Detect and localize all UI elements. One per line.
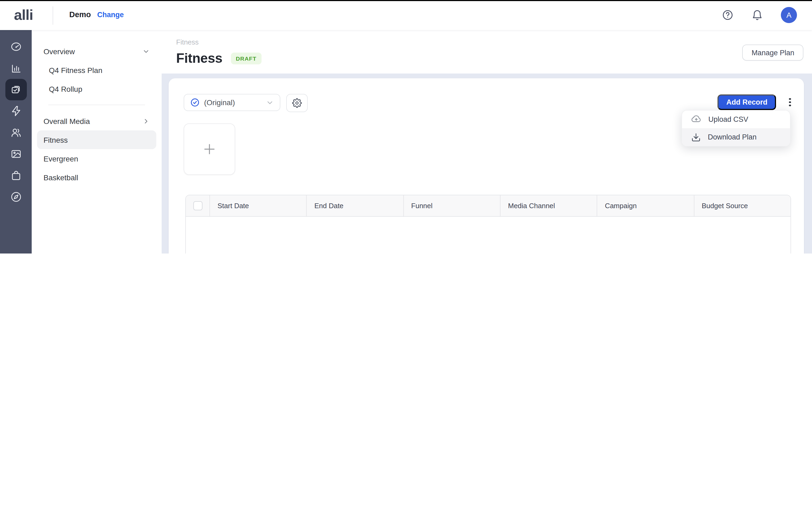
change-workspace-link[interactable]: Change xyxy=(97,11,124,19)
sidebar-item-label: Basketball xyxy=(44,173,78,182)
topbar-actions: A xyxy=(722,0,797,30)
sidebar-divider xyxy=(48,105,145,105)
page-header: Fitness Fitness DRAFT Manage Plan xyxy=(162,30,812,73)
sidebar-item-evergreen[interactable]: Evergreen xyxy=(37,149,156,168)
column-header-end-date[interactable]: End Date xyxy=(307,195,404,216)
compass-icon xyxy=(10,191,22,203)
sidebar-item-label: Overview xyxy=(44,47,75,56)
table-header-row: Start Date End Date Funnel Media Channel… xyxy=(186,195,791,217)
scenario-settings-button[interactable] xyxy=(286,94,308,112)
table-empty-state: No Rows To Show xyxy=(186,217,791,253)
records-table: Start Date End Date Funnel Media Channel… xyxy=(185,195,791,253)
rail-item-explore[interactable] xyxy=(5,186,27,208)
chevron-down-icon xyxy=(142,48,150,55)
content-area: Fitness Fitness DRAFT Manage Plan (Origi… xyxy=(162,30,812,253)
menu-item-label: Upload CSV xyxy=(708,115,748,123)
rail-item-dashboard[interactable] xyxy=(5,36,27,57)
top-bar: alli Demo Change A xyxy=(0,0,812,30)
window-top-strip xyxy=(0,0,812,1)
shopping-bag-icon xyxy=(10,170,22,181)
sidebar-item-label: Evergreen xyxy=(44,154,78,163)
actions-dropdown-menu: Upload CSV Download Plan xyxy=(681,110,791,147)
add-scenario-card[interactable] xyxy=(184,123,235,175)
column-header-funnel[interactable]: Funnel xyxy=(404,195,501,216)
plan-nav-list: Overview Q4 Fitness Plan Q4 Rollup Overa… xyxy=(32,30,162,187)
badge-check-icon xyxy=(190,98,200,107)
rail-item-media-plans[interactable] xyxy=(5,79,27,100)
gauge-icon xyxy=(10,41,22,53)
scenario-select-value: (Original) xyxy=(204,98,261,107)
kebab-menu-button[interactable] xyxy=(786,95,794,110)
sidebar-item-q4-fitness-plan[interactable]: Q4 Fitness Plan xyxy=(37,61,156,79)
sidebar-item-q4-rollup[interactable]: Q4 Rollup xyxy=(37,79,156,98)
alli-logo: alli xyxy=(14,7,33,23)
media-plan-check-icon xyxy=(10,84,22,96)
sidebar-item-label: Fitness xyxy=(44,135,68,144)
menu-item-label: Download Plan xyxy=(708,133,757,141)
sidebar-item-overall-media[interactable]: Overall Media xyxy=(37,112,156,130)
menu-item-download-plan[interactable]: Download Plan xyxy=(682,128,790,146)
sidebar-item-basketball[interactable]: Basketball xyxy=(37,168,156,187)
sidebar-item-fitness[interactable]: Fitness xyxy=(37,130,156,149)
avatar[interactable]: A xyxy=(781,7,797,23)
lightning-icon xyxy=(10,105,22,117)
breadcrumb: Fitness xyxy=(176,38,199,46)
chevron-down-icon xyxy=(266,99,274,107)
rail-item-creative[interactable] xyxy=(5,143,27,165)
status-badge: DRAFT xyxy=(231,52,261,64)
plan-sidebar: Overview Q4 Fitness Plan Q4 Rollup Overa… xyxy=(32,30,162,253)
select-all-checkbox[interactable] xyxy=(193,201,202,210)
users-icon xyxy=(10,127,22,138)
workspace-name: Demo xyxy=(69,10,91,19)
plus-icon xyxy=(202,142,216,156)
add-record-button[interactable]: Add Record xyxy=(718,95,776,110)
sidebar-item-overview[interactable]: Overview xyxy=(37,42,156,61)
column-header-budget-source[interactable]: Budget Source xyxy=(694,195,791,216)
title-row: Fitness DRAFT xyxy=(176,50,261,66)
help-icon[interactable] xyxy=(722,9,733,21)
plan-card: (Original) Add Record xyxy=(169,78,804,253)
sidebar-item-label: Q4 Fitness Plan xyxy=(49,66,102,74)
sidebar-item-label: Q4 Rollup xyxy=(49,84,83,93)
gear-icon xyxy=(292,98,302,108)
cloud-upload-icon xyxy=(691,114,701,124)
rail-item-audiences[interactable] xyxy=(5,122,27,143)
rail-item-commerce[interactable] xyxy=(5,165,27,186)
sidebar-item-label: Overall Media xyxy=(44,117,90,125)
app-root: alli Demo Change A xyxy=(0,0,812,253)
menu-item-upload-csv[interactable]: Upload CSV xyxy=(682,111,790,128)
icon-rail xyxy=(0,30,32,253)
manage-plan-button[interactable]: Manage Plan xyxy=(743,45,803,61)
select-all-cell xyxy=(186,195,210,216)
download-icon xyxy=(691,132,701,142)
column-header-campaign[interactable]: Campaign xyxy=(598,195,694,216)
scenario-select[interactable]: (Original) xyxy=(184,94,280,111)
topbar-divider xyxy=(53,6,53,25)
plan-scroll-area: (Original) Add Record xyxy=(162,73,812,253)
bar-chart-icon xyxy=(10,62,22,74)
rail-item-automation[interactable] xyxy=(5,100,27,122)
image-icon xyxy=(10,148,22,160)
bell-icon[interactable] xyxy=(751,9,763,21)
column-header-start-date[interactable]: Start Date xyxy=(210,195,307,216)
chevron-right-icon xyxy=(142,117,150,125)
rail-item-analytics[interactable] xyxy=(5,57,27,79)
page-title: Fitness xyxy=(176,50,222,66)
column-header-media-channel[interactable]: Media Channel xyxy=(501,195,598,216)
